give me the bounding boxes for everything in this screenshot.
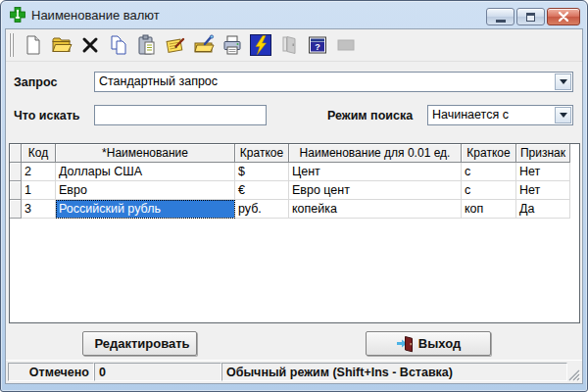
open-icon[interactable] xyxy=(49,32,74,58)
client-area: ? Запрос Стандартный запрос Что искать Р… xyxy=(5,28,583,384)
cell-subunit-name[interactable]: Цент xyxy=(289,163,462,181)
toolbar-grip[interactable] xyxy=(9,33,16,57)
maximize-button[interactable] xyxy=(516,8,545,25)
cell-short[interactable]: руб. xyxy=(235,200,289,219)
row-indicator xyxy=(10,163,22,181)
edit-button-label: Редактировать xyxy=(94,336,189,351)
currency-table: Код *Наименование Краткое Наименование д… xyxy=(9,143,580,323)
exit-disabled-icon xyxy=(276,32,302,58)
cell-short[interactable]: $ xyxy=(235,163,289,181)
status-bar: Отмечено 0 Обычный режим (Shift+Ins - Вс… xyxy=(6,360,582,383)
query-combobox-dropdown-button[interactable] xyxy=(555,74,571,90)
cell-subunit-name[interactable]: Евро цент xyxy=(289,181,462,200)
cell-flag[interactable]: Нет xyxy=(516,181,570,200)
cell-name[interactable]: Евро xyxy=(56,181,235,200)
cell-subunit-short[interactable]: коп xyxy=(462,200,516,219)
exit-button-label: Выход xyxy=(418,336,461,351)
chevron-down-icon xyxy=(560,113,567,118)
query-combobox[interactable]: Стандартный запрос xyxy=(94,72,573,92)
copy-icon[interactable] xyxy=(106,32,131,58)
status-marked-count: 0 xyxy=(94,363,221,381)
query-combobox-value: Стандартный запрос xyxy=(99,74,553,88)
edit-button[interactable]: Ok Редактировать xyxy=(82,331,197,356)
paste-icon[interactable] xyxy=(134,32,160,58)
blank-disabled-icon xyxy=(333,32,359,58)
print-icon[interactable] xyxy=(220,32,245,58)
table-header-row: Код *Наименование Краткое Наименование д… xyxy=(10,144,579,163)
column-header-subunit-name[interactable]: Наименование для 0.01 ед. xyxy=(289,144,462,163)
title-bar[interactable]: Наименование валют xyxy=(1,1,587,28)
cell-code[interactable]: 1 xyxy=(22,181,56,200)
close-icon xyxy=(559,12,568,22)
search-mode-dropdown-button[interactable] xyxy=(555,107,571,123)
cell-subunit-short[interactable]: с xyxy=(462,163,516,181)
toolbar: ? xyxy=(6,29,582,62)
edit-folder-icon[interactable] xyxy=(191,32,217,58)
search-mode-combobox[interactable]: Начинается с xyxy=(427,105,573,125)
close-button[interactable] xyxy=(547,8,580,25)
edit-note-icon[interactable] xyxy=(163,32,188,58)
table-row[interactable]: 2 Доллары США $ Цент с Нет xyxy=(10,163,579,181)
search-input[interactable] xyxy=(94,105,267,125)
cell-flag[interactable]: Нет xyxy=(516,163,570,181)
help-icon[interactable]: ? xyxy=(305,32,330,58)
cell-name-selected[interactable]: Российский рубль xyxy=(56,200,235,219)
window-title: Наименование валют xyxy=(31,8,160,23)
status-marked-label: Отмечено xyxy=(8,363,94,381)
cell-code[interactable]: 3 xyxy=(22,200,56,219)
row-indicator xyxy=(10,181,22,200)
caption-buttons xyxy=(486,8,580,25)
status-mode-text: Обычный режим (Shift+Ins - Вставка) xyxy=(221,363,567,381)
cell-flag[interactable]: Да xyxy=(516,200,570,219)
search-mode-combobox-value: Начинается с xyxy=(432,108,553,122)
column-header-subunit-short[interactable]: Краткое xyxy=(462,144,516,163)
cell-subunit-short[interactable]: с xyxy=(462,181,516,200)
query-label: Запрос xyxy=(14,75,57,89)
delete-icon[interactable] xyxy=(77,32,103,58)
new-icon[interactable] xyxy=(21,32,46,58)
column-header-name[interactable]: *Наименование xyxy=(56,144,235,163)
indicator-header-cell xyxy=(10,144,22,163)
minimize-icon xyxy=(496,20,506,23)
cell-subunit-name[interactable]: копейка xyxy=(289,200,462,219)
search-mode-label: Режим поиска xyxy=(327,109,413,122)
cell-name[interactable]: Доллары США xyxy=(56,163,235,181)
column-header-code[interactable]: Код xyxy=(22,144,56,163)
column-header-short[interactable]: Краткое xyxy=(235,144,289,163)
table-row-selected[interactable]: 3 Российский рубль руб. копейка коп Да xyxy=(10,200,579,219)
svg-text:?: ? xyxy=(315,42,320,52)
minimize-button[interactable] xyxy=(486,8,514,25)
maximize-icon xyxy=(526,13,535,22)
row-indicator xyxy=(10,200,22,219)
search-label: Что искать xyxy=(14,109,80,122)
exit-door-icon xyxy=(396,335,414,353)
chevron-down-icon xyxy=(560,79,567,84)
app-window: Наименование валют xyxy=(0,0,588,392)
execute-icon[interactable] xyxy=(248,32,273,58)
table-row[interactable]: 1 Евро € Евро цент с Нет xyxy=(10,181,579,200)
cell-short[interactable]: € xyxy=(235,181,289,200)
resize-grip[interactable] xyxy=(567,368,580,381)
column-header-flag[interactable]: Признак xyxy=(516,144,570,163)
cell-code[interactable]: 2 xyxy=(22,163,56,181)
exit-button[interactable]: Выход xyxy=(366,331,491,356)
app-icon xyxy=(10,7,25,23)
